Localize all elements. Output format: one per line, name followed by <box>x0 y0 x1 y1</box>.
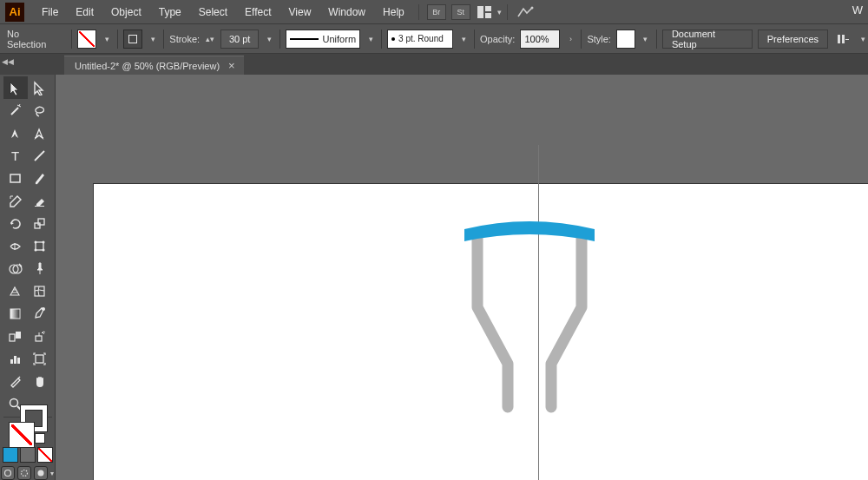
direct-selection-tool[interactable] <box>28 76 52 99</box>
drawing-mode-behind[interactable] <box>17 466 31 480</box>
stepper-icon[interactable]: ▴▾ <box>205 30 215 49</box>
pushpin-icon[interactable] <box>28 257 52 279</box>
none-mode-button[interactable] <box>35 433 45 444</box>
scale-tool[interactable] <box>28 212 52 234</box>
work-area: T <box>0 75 868 480</box>
menu-object[interactable]: Object <box>102 0 150 23</box>
svg-point-16 <box>35 240 37 243</box>
swatch-none[interactable] <box>37 447 53 463</box>
workspace-switcher[interactable]: W <box>852 3 863 16</box>
rectangle-tool[interactable] <box>3 167 28 189</box>
arrange-documents-icon[interactable] <box>476 4 495 20</box>
slice-tool[interactable] <box>3 370 28 392</box>
tools-panel: T <box>0 75 56 480</box>
divider <box>474 30 475 49</box>
fill-indicator[interactable] <box>9 422 35 448</box>
pen-tool[interactable] <box>3 122 28 144</box>
lasso-tool[interactable] <box>28 99 52 122</box>
rotate-tool[interactable] <box>3 212 28 234</box>
style-label: Style: <box>587 34 611 44</box>
perspective-grid-tool[interactable] <box>3 279 28 302</box>
menu-type[interactable]: Type <box>150 0 190 23</box>
align-panel-icon[interactable] <box>833 30 852 49</box>
control-bar: No Selection ▾ ▾ Stroke: ▴▾ 30 pt ▾ Unif… <box>0 24 868 54</box>
eyedropper-tool[interactable] <box>28 302 52 325</box>
mesh-tool[interactable] <box>28 279 52 302</box>
svg-rect-26 <box>16 332 21 339</box>
document-setup-button[interactable]: Document Setup <box>662 30 753 49</box>
svg-rect-0 <box>477 6 483 18</box>
menu-help[interactable]: Help <box>374 0 413 23</box>
swatch[interactable] <box>20 447 36 463</box>
menu-effect[interactable]: Effect <box>236 0 279 23</box>
chevron-down-icon[interactable]: ▾ <box>264 30 274 49</box>
magic-wand-tool[interactable] <box>3 99 28 122</box>
svg-point-36 <box>38 470 44 477</box>
chevron-down-icon[interactable]: ▾ <box>365 30 376 49</box>
graphic-style-swatch[interactable] <box>616 30 635 49</box>
svg-rect-30 <box>17 358 20 364</box>
menu-view[interactable]: View <box>280 0 320 23</box>
close-icon[interactable]: × <box>228 59 235 72</box>
profile-label: Uniform <box>323 34 357 44</box>
free-transform-tool[interactable] <box>28 234 52 257</box>
hand-tool[interactable] <box>28 370 52 392</box>
svg-point-18 <box>35 248 37 251</box>
width-tool[interactable] <box>3 234 28 257</box>
chevron-down-icon[interactable]: ▾ <box>641 30 651 49</box>
selection-tool[interactable] <box>3 76 28 99</box>
svg-rect-13 <box>38 219 44 225</box>
chevron-down-icon[interactable]: ▾ <box>148 30 158 49</box>
chevron-right-icon[interactable]: › <box>565 30 575 49</box>
bridge-icon[interactable]: Br <box>427 4 446 20</box>
fill-stroke-indicator[interactable] <box>9 422 47 431</box>
svg-point-34 <box>5 470 11 477</box>
symbol-sprayer-tool[interactable] <box>28 325 52 347</box>
variable-width-profile[interactable]: Uniform <box>286 30 360 49</box>
canvas[interactable] <box>56 75 868 480</box>
eraser-tool[interactable] <box>28 189 52 212</box>
gpu-preview-icon[interactable] <box>516 4 535 20</box>
type-tool[interactable]: T <box>3 144 28 167</box>
swatch[interactable] <box>3 447 18 463</box>
column-graph-tool[interactable] <box>3 347 28 370</box>
line-segment-tool[interactable] <box>28 144 52 167</box>
drawing-mode-inside[interactable] <box>34 466 48 480</box>
fill-swatch[interactable] <box>77 30 96 49</box>
gradient-tool[interactable] <box>3 302 28 325</box>
preferences-button[interactable]: Preferences <box>758 30 828 49</box>
stock-icon[interactable]: St <box>451 4 470 20</box>
divider <box>117 30 118 49</box>
shaper-tool[interactable] <box>3 189 28 212</box>
collapse-panels-icon[interactable]: ◀◀ <box>2 57 14 66</box>
shape-builder-tool[interactable] <box>3 257 28 279</box>
menu-window[interactable]: Window <box>319 0 374 23</box>
document-tab[interactable]: Untitled-2* @ 50% (RGB/Preview) × <box>64 56 244 75</box>
menu-edit[interactable]: Edit <box>67 0 102 23</box>
chevron-down-icon[interactable]: ▾ <box>497 8 502 16</box>
stroke-swatch[interactable] <box>123 30 142 49</box>
svg-rect-12 <box>35 223 40 228</box>
svg-rect-22 <box>35 286 44 296</box>
svg-rect-2 <box>485 13 491 18</box>
paintbrush-tool[interactable] <box>28 167 52 189</box>
menu-select[interactable]: Select <box>190 0 236 23</box>
menu-file[interactable]: File <box>33 0 67 23</box>
curvature-tool[interactable] <box>28 122 52 144</box>
brush-definition[interactable]: 3 pt. Round <box>387 30 453 49</box>
chevron-down-icon[interactable]: ▾ <box>858 30 868 49</box>
blend-tool[interactable] <box>3 325 28 347</box>
chevron-down-icon[interactable]: ▾ <box>102 30 112 49</box>
svg-line-9 <box>35 151 44 161</box>
artboard-tool[interactable] <box>28 347 52 370</box>
svg-rect-31 <box>36 355 43 363</box>
chevron-down-icon[interactable]: ▾ <box>50 470 54 477</box>
chevron-down-icon[interactable]: ▾ <box>458 30 469 49</box>
opacity-field[interactable]: 100% <box>520 30 560 49</box>
svg-rect-1 <box>485 6 491 11</box>
divider <box>163 30 164 49</box>
stroke-weight-field[interactable]: 30 pt <box>220 30 259 49</box>
drawing-mode-normal[interactable] <box>1 466 15 480</box>
svg-point-24 <box>42 307 45 311</box>
divider <box>656 30 657 49</box>
